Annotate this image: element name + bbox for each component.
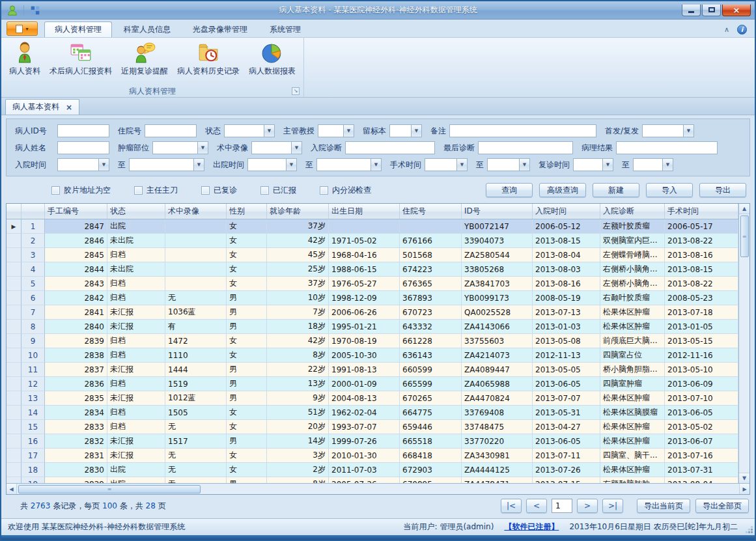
table-cell[interactable]: 无: [165, 463, 227, 477]
tumor-site-select[interactable]: ▼: [152, 141, 208, 154]
table-cell[interactable]: 出院: [107, 219, 165, 234]
table-cell[interactable]: 无: [165, 477, 227, 483]
table-cell[interactable]: 1970-08-19: [329, 334, 400, 348]
revisit-date-from[interactable]: ▼: [573, 158, 613, 171]
table-cell[interactable]: 2013-08-04: [665, 477, 738, 483]
column-header[interactable]: 手术时间: [665, 204, 738, 219]
table-cell[interactable]: 2013-08-15: [665, 262, 738, 277]
discharge-date-from[interactable]: ▼: [247, 158, 297, 171]
table-cell[interactable]: 左侧桥小脑角...: [600, 277, 665, 291]
table-cell[interactable]: ZA4478471: [462, 477, 533, 483]
table-cell[interactable]: [165, 248, 227, 262]
ribbon-button[interactable]: 近期复诊提醒: [117, 40, 173, 78]
table-cell[interactable]: 右侧桥小脑角...: [600, 262, 665, 277]
prev-page-button[interactable]: <: [526, 499, 547, 513]
table-cell[interactable]: 2829: [45, 477, 107, 483]
table-cell[interactable]: 2013-08-22: [665, 234, 738, 248]
table-cell[interactable]: 37岁: [267, 219, 329, 234]
table-cell[interactable]: 2013-07-31: [665, 463, 738, 477]
table-row[interactable]: 42844未出院女25岁1988-06-15674223338052682013…: [7, 262, 738, 277]
intraop-video-select[interactable]: ▼: [251, 141, 302, 154]
chevron-down-icon[interactable]: ▼: [343, 125, 354, 137]
table-cell[interactable]: 3岁: [267, 449, 329, 463]
table-cell[interactable]: 松果体区肿瘤: [600, 320, 665, 334]
table-cell[interactable]: 1036蓝: [165, 305, 227, 320]
column-header[interactable]: 入院时间: [533, 204, 600, 219]
professor-select[interactable]: ▼: [318, 124, 354, 137]
table-row[interactable]: 22846未出院女42岁1971-05-02676166339040732013…: [7, 234, 738, 248]
table-cell[interactable]: ZA2580544: [462, 248, 533, 262]
table-cell[interactable]: 未汇报: [107, 305, 165, 320]
table-cell[interactable]: 501568: [400, 248, 462, 262]
table-cell[interactable]: 2011-07-03: [329, 463, 400, 477]
table-cell[interactable]: 51岁: [267, 406, 329, 420]
next-page-button[interactable]: >: [577, 499, 598, 513]
table-cell[interactable]: [165, 219, 227, 234]
export-current-page-button[interactable]: 导出当前页: [637, 499, 690, 513]
minimize-button[interactable]: [682, 5, 701, 16]
table-cell[interactable]: ZA3841703: [462, 277, 533, 291]
chevron-down-icon[interactable]: ▼: [197, 142, 208, 154]
chevron-down-icon[interactable]: ▼: [519, 159, 529, 171]
advanced-query-button[interactable]: 高级查询: [539, 183, 586, 197]
ribbon-button[interactable]: 病人资料历史记录: [173, 40, 244, 78]
ribbon-collapse-icon[interactable]: ∧: [724, 25, 729, 34]
table-cell[interactable]: [165, 234, 227, 248]
export-button[interactable]: 导出: [699, 183, 746, 197]
table-cell[interactable]: 1988-06-15: [329, 262, 400, 277]
table-cell[interactable]: 1505: [165, 406, 227, 420]
table-row[interactable]: 32845归档女45岁1968-04-16501568ZA25805442013…: [7, 248, 738, 262]
table-cell[interactable]: 未汇报: [107, 434, 165, 449]
page-number-input[interactable]: [552, 499, 572, 513]
table-cell[interactable]: 男: [227, 377, 267, 391]
chevron-down-icon[interactable]: ▼: [662, 159, 673, 171]
table-cell[interactable]: 676365: [400, 277, 462, 291]
ribbon-tab[interactable]: 病人资料管理: [44, 21, 112, 37]
table-cell[interactable]: 2013-08-16: [665, 248, 738, 262]
table-cell[interactable]: 1993-07-07: [329, 420, 400, 434]
table-cell[interactable]: 2008-05-19: [533, 291, 600, 305]
table-cell[interactable]: 松果体区肿瘤: [600, 420, 665, 434]
table-row[interactable]: 172831未汇报无女3岁2010-01-30668418ZA343098120…: [7, 449, 738, 463]
checkbox-icon[interactable]: [201, 186, 210, 195]
table-cell[interactable]: 2013-01-03: [533, 320, 600, 334]
row-selector-cell[interactable]: [7, 377, 21, 391]
ribbon-button[interactable]: 术后病人汇报资料: [45, 40, 117, 78]
table-row[interactable]: 52843归档女37岁1976-05-27676365ZA38417032013…: [7, 277, 738, 291]
table-cell[interactable]: 未汇报: [107, 320, 165, 334]
new-button[interactable]: 新建: [593, 183, 639, 197]
table-cell[interactable]: 2845: [45, 248, 107, 262]
remark-input[interactable]: [449, 124, 596, 137]
table-cell[interactable]: ZA4065988: [462, 377, 533, 391]
chevron-down-icon[interactable]: ▼: [286, 159, 296, 171]
ribbon-tab[interactable]: 科室人员信息: [113, 21, 181, 37]
table-cell[interactable]: 2006-05-17: [665, 219, 738, 234]
table-cell[interactable]: 2005-10-30: [329, 348, 400, 363]
table-cell[interactable]: 1971-05-02: [329, 234, 400, 248]
table-cell[interactable]: 668418: [400, 449, 462, 463]
table-cell[interactable]: 1998-12-09: [329, 291, 400, 305]
ribbon-button[interactable]: 病人数据报表: [244, 40, 300, 78]
table-cell[interactable]: 2831: [45, 449, 107, 463]
table-cell[interactable]: 9岁: [267, 391, 329, 406]
table-cell[interactable]: 松果体区脑膜瘤: [600, 406, 665, 420]
row-selector-cell[interactable]: [7, 420, 21, 434]
column-header[interactable]: ID号: [462, 204, 533, 219]
table-cell[interactable]: 42岁: [267, 334, 329, 348]
row-selector-cell[interactable]: [7, 391, 21, 406]
info-icon[interactable]: i: [737, 25, 747, 35]
table-cell[interactable]: 男: [227, 477, 267, 483]
surgery-date-from[interactable]: ▼: [425, 158, 468, 171]
table-cell[interactable]: 2012-11-16: [665, 348, 738, 363]
column-header[interactable]: 手工编号: [45, 204, 107, 219]
chevron-down-icon[interactable]: ▼: [371, 159, 381, 171]
table-cell[interactable]: 2010-01-30: [329, 449, 400, 463]
table-cell[interactable]: 男: [227, 391, 267, 406]
table-cell[interactable]: ZA4444125: [462, 463, 533, 477]
table-cell[interactable]: 男: [227, 291, 267, 305]
table-row[interactable]: 112837未汇报1444男22岁1991-08-13660599ZA40894…: [7, 363, 738, 377]
checkbox-icon[interactable]: [260, 186, 269, 195]
status-select[interactable]: ▼: [224, 124, 275, 137]
filter-checkbox[interactable]: 内分泌检查: [320, 185, 371, 196]
table-cell[interactable]: 2840: [45, 320, 107, 334]
